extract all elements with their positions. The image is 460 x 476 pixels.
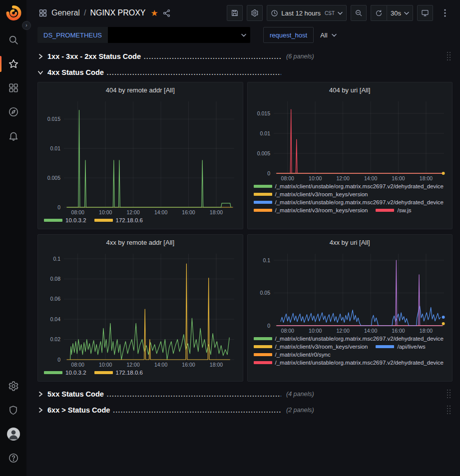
request-host-value: All xyxy=(320,31,327,39)
svg-text:10:00: 10:00 xyxy=(99,209,112,215)
legend-item[interactable]: /_matrix/client/unstable/org.matrix.msc2… xyxy=(254,199,444,205)
svg-text:18:00: 18:00 xyxy=(210,209,223,215)
sidebar-item-profile[interactable] xyxy=(0,422,26,446)
svg-text:18:00: 18:00 xyxy=(419,175,432,181)
sidebar-item-help[interactable] xyxy=(0,446,26,470)
panel-title[interactable]: 4xx by uri [All] xyxy=(248,235,453,250)
timeseries-chart[interactable]: 00.050.108:0010:0012:0014:0016:0018:00 xyxy=(252,250,449,335)
row-title-group: 6xx > Status Code ......................… xyxy=(47,406,281,414)
row-4xx[interactable]: 4xx Status Code ........................… xyxy=(37,65,453,80)
panel-body: 00.0050.010.01508:0010:0012:0014:0016:00… xyxy=(248,97,453,229)
svg-text:0.06: 0.06 xyxy=(50,296,61,302)
legend-item[interactable]: /_matrix/client/v3/room_keys/version xyxy=(254,207,368,213)
svg-text:0.005: 0.005 xyxy=(257,150,270,156)
legend-series-color xyxy=(44,371,62,374)
more-options-button[interactable] xyxy=(437,5,453,21)
legend-item[interactable]: /_matrix/client/unstable/org.matrix.msc2… xyxy=(254,183,444,189)
request-host-variable-label[interactable]: request_host xyxy=(263,27,314,43)
panel-title[interactable]: 4xx by remote addr [All] xyxy=(38,235,243,250)
svg-text:0.1: 0.1 xyxy=(263,257,270,263)
svg-text:0.08: 0.08 xyxy=(50,276,61,282)
legend-item[interactable]: /_matrix/client/unstable/org.matrix.msc2… xyxy=(254,336,444,342)
breadcrumb-section[interactable]: General xyxy=(51,8,80,17)
legend-item[interactable]: 172.18.0.6 xyxy=(94,217,143,223)
dashboard-settings-button[interactable] xyxy=(247,5,263,21)
row-1xx-3xx-2xx[interactable]: 1xx - 3xx - 2xx Status Code ............… xyxy=(37,49,453,64)
legend-item[interactable]: 10.0.3.2 xyxy=(44,217,86,223)
panel-legend: 10.0.3.2172.18.0.6 xyxy=(42,369,239,378)
datasource-select[interactable] xyxy=(108,27,250,43)
svg-text:0.04: 0.04 xyxy=(50,316,61,322)
save-icon xyxy=(231,9,239,17)
avatar xyxy=(7,428,20,441)
sidebar-item-configuration[interactable] xyxy=(0,374,26,398)
legend-series-label: /_matrix/client/v3/room_keys/version xyxy=(275,191,368,197)
timeseries-chart[interactable]: 00.020.040.060.080.108:0010:0012:0014:00… xyxy=(42,250,239,369)
save-dashboard-button[interactable] xyxy=(227,5,243,21)
grafana-logo[interactable] xyxy=(5,5,21,21)
refresh-button[interactable] xyxy=(371,5,387,21)
sidebar-item-search[interactable] xyxy=(0,28,26,52)
legend-item[interactable]: /sw.js xyxy=(376,207,411,213)
breadcrumb-title[interactable]: NGINX PROXY xyxy=(90,8,145,17)
apps-grid-icon xyxy=(8,82,19,93)
svg-text:0.005: 0.005 xyxy=(47,175,60,181)
main-area: General / NGINX PROXY ★ xyxy=(26,0,460,476)
sidebar-expand-button[interactable]: › xyxy=(22,21,31,30)
svg-text:12:00: 12:00 xyxy=(336,328,349,334)
sidebar-item-explore[interactable] xyxy=(0,100,26,124)
refresh-interval-label: 30s xyxy=(391,9,401,17)
star-icon xyxy=(8,58,19,69)
legend-series-label: /api/live/ws xyxy=(397,344,425,350)
tv-mode-button[interactable] xyxy=(417,5,433,21)
legend-item[interactable]: /_matrix/client/v3/room_keys/version xyxy=(254,191,368,197)
search-icon xyxy=(8,34,19,45)
row-drag-handle[interactable] xyxy=(447,406,453,415)
row-5xx[interactable]: 5xx Status Code ........................… xyxy=(37,387,453,402)
legend-item[interactable]: 10.0.3.2 xyxy=(44,370,86,376)
legend-series-label: /_matrix/client/v3/room_keys/version xyxy=(275,344,368,350)
datasource-variable-label[interactable]: DS_PROMETHEUS xyxy=(37,27,108,43)
panel-legend: /_matrix/client/unstable/org.matrix.msc2… xyxy=(252,182,449,215)
row-6xx[interactable]: 6xx > Status Code ......................… xyxy=(37,403,453,418)
sidebar-item-alerting[interactable] xyxy=(0,124,26,148)
time-range-picker[interactable]: Last 12 hours CST xyxy=(267,5,347,21)
legend-item[interactable]: /_matrix/client/unstable/org.matrix.msc2… xyxy=(254,360,444,366)
panel-title[interactable]: 404 by remote addr [All] xyxy=(38,82,243,97)
row-leader-dots: ........................................… xyxy=(144,53,281,60)
panel-body: 00.050.108:0010:0012:0014:0016:0018:00 /… xyxy=(248,250,453,381)
variables-bar: DS_PROMETHEUS request_host All xyxy=(26,26,460,46)
svg-text:08:00: 08:00 xyxy=(71,362,84,368)
dashboard-grid-icon xyxy=(38,8,47,17)
legend-series-label: /_matrix/client/unstable/org.matrix.msc2… xyxy=(275,360,444,366)
panel-legend: 10.0.3.2172.18.0.6 xyxy=(42,216,239,225)
row-drag-handle[interactable] xyxy=(447,390,453,399)
legend-series-color xyxy=(376,345,394,348)
legend-series-color xyxy=(94,371,113,374)
request-host-select[interactable]: All xyxy=(315,27,342,43)
svg-text:0.01: 0.01 xyxy=(50,145,61,151)
refresh-interval-dropdown[interactable]: 30s xyxy=(387,5,413,21)
svg-text:14:00: 14:00 xyxy=(364,175,377,181)
legend-item[interactable]: /api/live/ws xyxy=(376,344,425,350)
timeseries-chart[interactable]: 00.0050.010.01508:0010:0012:0014:0016:00… xyxy=(252,97,449,182)
sidebar-item-starred[interactable] xyxy=(0,52,26,76)
row-drag-handle[interactable] xyxy=(447,52,453,61)
sidebar-item-server-admin[interactable] xyxy=(0,398,26,422)
legend-item[interactable]: 172.18.0.6 xyxy=(94,370,143,376)
zoom-out-button[interactable] xyxy=(351,5,367,21)
row-panel-count: (4 panels) xyxy=(286,391,314,398)
user-icon xyxy=(7,428,20,441)
row-leader-dots: ........................................… xyxy=(107,391,281,398)
legend-item[interactable]: /_matrix/client/r0/sync xyxy=(254,352,331,358)
legend-series-label: /_matrix/client/v3/room_keys/version xyxy=(275,207,368,213)
favorite-star-icon[interactable]: ★ xyxy=(151,8,158,18)
timeseries-chart[interactable]: 00.0050.010.01508:0010:0012:0014:0016:00… xyxy=(42,97,239,216)
panel-title[interactable]: 404 by uri [All] xyxy=(248,82,453,97)
legend-item[interactable]: /_matrix/client/v3/room_keys/version xyxy=(254,344,368,350)
legend-series-color xyxy=(254,209,272,212)
share-icon[interactable] xyxy=(162,9,171,17)
gear-icon xyxy=(8,381,19,392)
share-alt-icon xyxy=(162,9,171,17)
sidebar-item-dashboards[interactable] xyxy=(0,76,26,100)
